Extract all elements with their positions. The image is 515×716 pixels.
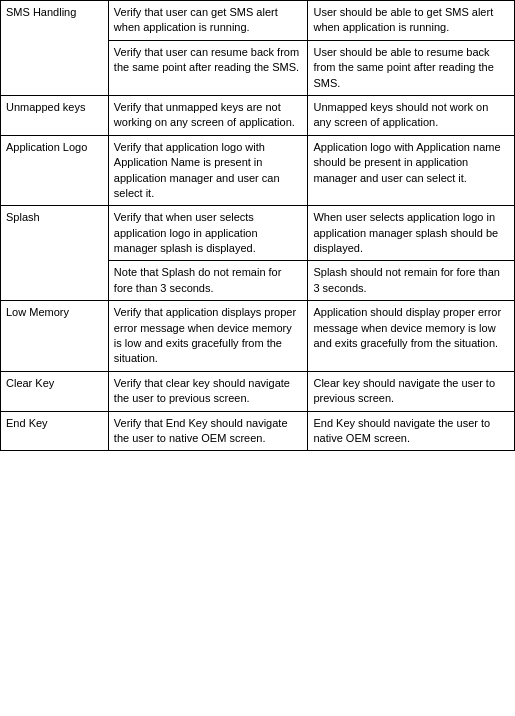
expected-sms-1: User should be able to get SMS alert whe… [308, 1, 515, 41]
expected-applogo: Application logo with Application name s… [308, 135, 515, 206]
verify-clearkey: Verify that clear key should navigate th… [108, 371, 308, 411]
feature-lowmemory: Low Memory [1, 301, 109, 372]
expected-lowmemory: Application should display proper error … [308, 301, 515, 372]
verify-splash-1: Verify that when user selects applicatio… [108, 206, 308, 261]
table-row: Clear Key Verify that clear key should n… [1, 371, 515, 411]
table-row: Low Memory Verify that application displ… [1, 301, 515, 372]
feature-sms: SMS Handling [1, 1, 109, 96]
feature-endkey: End Key [1, 411, 109, 451]
verify-sms-1: Verify that user can get SMS alert when … [108, 1, 308, 41]
table-row: Splash Verify that when user selects app… [1, 206, 515, 261]
verify-sms-2: Verify that user can resume back from th… [108, 40, 308, 95]
verify-unmapped: Verify that unmapped keys are not workin… [108, 95, 308, 135]
expected-splash-1: When user selects application logo in ap… [308, 206, 515, 261]
verify-endkey: Verify that End Key should navigate the … [108, 411, 308, 451]
verify-splash-2: Note that Splash do not remain for fore … [108, 261, 308, 301]
table-row: SMS Handling Verify that user can get SM… [1, 1, 515, 41]
table-row: Unmapped keys Verify that unmapped keys … [1, 95, 515, 135]
expected-splash-2: Splash should not remain for fore than 3… [308, 261, 515, 301]
expected-endkey: End Key should navigate the user to nati… [308, 411, 515, 451]
expected-clearkey: Clear key should navigate the user to pr… [308, 371, 515, 411]
verify-lowmemory: Verify that application displays proper … [108, 301, 308, 372]
feature-clearkey: Clear Key [1, 371, 109, 411]
feature-applogo: Application Logo [1, 135, 109, 206]
expected-sms-2: User should be able to resume back from … [308, 40, 515, 95]
feature-unmapped: Unmapped keys [1, 95, 109, 135]
table-row: Application Logo Verify that application… [1, 135, 515, 206]
table-row: End Key Verify that End Key should navig… [1, 411, 515, 451]
feature-splash: Splash [1, 206, 109, 301]
expected-unmapped: Unmapped keys should not work on any scr… [308, 95, 515, 135]
verify-applogo: Verify that application logo with Applic… [108, 135, 308, 206]
